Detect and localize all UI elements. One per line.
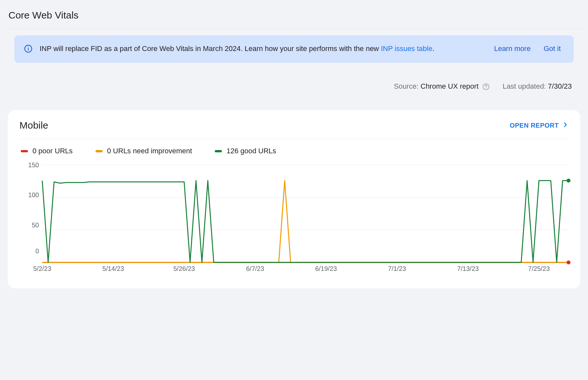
x-axis-labels: 5/2/235/14/235/26/236/7/236/19/237/1/237… [42, 265, 569, 278]
got-it-button[interactable]: Got it [543, 44, 561, 53]
plot-area [42, 165, 569, 262]
banner-message: INP will replace FID as a part of Core W… [40, 44, 481, 54]
updated-label: Last updated: [503, 82, 548, 90]
series-endpoint [567, 179, 570, 183]
source-value: Chrome UX report [421, 82, 479, 90]
card-header: Mobile OPEN REPORT [19, 120, 569, 139]
card-title: Mobile [19, 120, 48, 131]
x-tick: 7/13/23 [457, 265, 479, 272]
page-title: Core Web Vitals [6, 6, 582, 29]
banner-text-suffix: . [432, 44, 434, 53]
chart-legend: 0 poor URLs 0 URLs need improvement 126 … [19, 147, 569, 155]
y-tick: 0 [19, 247, 39, 255]
legend-need-label: 0 URLs need improvement [107, 147, 192, 155]
chevron-right-icon [562, 121, 569, 130]
series-endpoint [567, 260, 570, 264]
x-tick: 7/25/23 [528, 265, 550, 272]
banner-actions: Learn more Got it [494, 44, 561, 53]
x-tick: 6/7/23 [246, 265, 264, 272]
last-updated-info: Last updated: 7/30/23 [503, 82, 572, 91]
y-tick: 100 [19, 191, 39, 199]
x-tick: 7/1/23 [388, 265, 406, 272]
legend-poor-label: 0 poor URLs [32, 147, 73, 155]
x-tick: 6/19/23 [315, 265, 337, 272]
open-report-label: OPEN REPORT [510, 122, 559, 129]
legend-good-label: 126 good URLs [226, 147, 276, 155]
y-axis-labels: 150100500 [19, 165, 39, 262]
info-banner: INP will replace FID as a part of Core W… [14, 35, 574, 63]
source-label: Source: [394, 82, 421, 90]
legend-poor: 0 poor URLs [21, 147, 73, 155]
inp-issues-link[interactable]: INP issues table [381, 44, 432, 53]
updated-value: 7/30/23 [548, 82, 572, 90]
legend-good: 126 good URLs [215, 147, 276, 155]
x-tick: 5/26/23 [173, 265, 195, 272]
legend-swatch-need [96, 150, 103, 152]
source-info: Source: Chrome UX report [394, 82, 490, 91]
x-tick: 5/14/23 [102, 265, 124, 272]
chart: 150100500 5/2/235/14/235/26/236/7/236/19… [19, 165, 569, 275]
help-icon[interactable] [482, 83, 490, 90]
learn-more-button[interactable]: Learn more [494, 44, 531, 53]
svg-point-2 [28, 47, 29, 47]
legend-swatch-poor [21, 150, 28, 152]
legend-swatch-good [215, 150, 222, 152]
mobile-card: Mobile OPEN REPORT 0 poor URLs 0 URLs ne… [8, 110, 580, 288]
banner-text-prefix: INP will replace FID as a part of Core W… [40, 44, 381, 53]
series-line [42, 165, 569, 262]
svg-point-4 [486, 88, 486, 89]
open-report-button[interactable]: OPEN REPORT [510, 121, 569, 130]
y-tick: 50 [19, 221, 39, 229]
x-tick: 5/2/23 [33, 265, 51, 272]
meta-row: Source: Chrome UX report Last updated: 7… [6, 82, 582, 91]
y-tick: 150 [19, 161, 39, 169]
info-icon [24, 44, 32, 54]
legend-need: 0 URLs need improvement [96, 147, 192, 155]
